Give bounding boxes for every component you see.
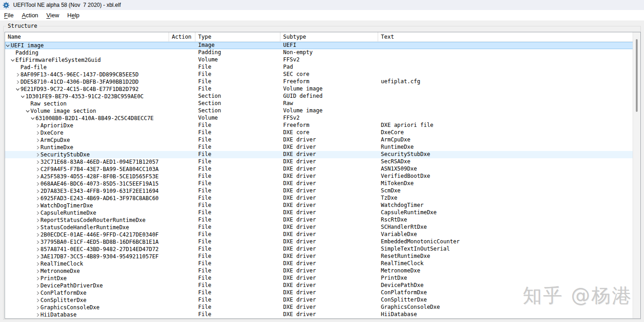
expander-icon[interactable] bbox=[25, 101, 30, 107]
expander-icon[interactable] bbox=[15, 64, 20, 70]
row-subtype: DXE driver bbox=[280, 238, 378, 246]
expander-icon[interactable] bbox=[5, 42, 10, 49]
tree-row[interactable]: Raw section Section Raw bbox=[5, 100, 633, 107]
expander-icon[interactable] bbox=[35, 239, 40, 245]
expander-icon[interactable] bbox=[35, 181, 40, 187]
row-action bbox=[169, 311, 195, 318]
tree-row[interactable]: 857A8741-0EEC-43BD-9482-27D14ED47D72 Fil… bbox=[5, 246, 633, 253]
column-header-action[interactable]: Action bbox=[169, 32, 195, 41]
column-header-text[interactable]: Text bbox=[378, 32, 633, 41]
expander-icon[interactable] bbox=[35, 144, 40, 151]
expander-icon[interactable] bbox=[10, 50, 15, 56]
column-header-type[interactable]: Type bbox=[195, 32, 280, 41]
tree-row[interactable]: 2D7A83E3-E343-4FFB-9109-631F2EE11694 Fil… bbox=[5, 187, 633, 195]
row-text: ConSplitterDxe bbox=[378, 297, 633, 304]
row-text: ArmCpuDxe bbox=[378, 136, 633, 144]
tree-row[interactable]: EfiFirmwareFileSystem2Guid Volume FFSv2 bbox=[5, 56, 633, 64]
row-subtype: DXE driver bbox=[280, 304, 378, 311]
expander-icon[interactable] bbox=[30, 115, 35, 121]
tree-row[interactable]: 37795BA0-E1CF-4ED5-BD8B-16DF6BCB1E1A Fil… bbox=[5, 238, 633, 246]
row-text: PrintDxe bbox=[378, 275, 633, 282]
menu-item-view[interactable]: View bbox=[42, 10, 63, 20]
menu-item-action[interactable]: Action bbox=[18, 10, 42, 20]
row-action bbox=[169, 289, 195, 297]
tree-row[interactable]: 068AAE46-BDC6-4073-85D5-31C5EEF19A15 Fil… bbox=[5, 180, 633, 187]
expander-icon[interactable] bbox=[35, 151, 40, 158]
expander-icon[interactable] bbox=[35, 268, 40, 274]
tree-row[interactable]: 32C71E68-83A8-46ED-AED1-094E71B12057 Fil… bbox=[5, 158, 633, 166]
expander-icon[interactable] bbox=[35, 122, 40, 129]
expander-icon[interactable] bbox=[35, 195, 40, 201]
menu-item-help[interactable]: Help bbox=[63, 10, 84, 20]
tree-row[interactable]: WatchDogTimerDxe File DXE driver Watchdo… bbox=[5, 202, 633, 209]
expander-icon[interactable] bbox=[35, 282, 40, 289]
expander-icon[interactable] bbox=[35, 217, 40, 223]
tree-row[interactable]: HiiDatabase File DXE driver HiiDatabase bbox=[5, 311, 633, 318]
expander-icon[interactable] bbox=[25, 108, 30, 114]
expander-icon[interactable] bbox=[35, 202, 40, 209]
expander-icon[interactable] bbox=[35, 159, 40, 165]
expander-icon[interactable] bbox=[35, 304, 40, 311]
expander-icon[interactable] bbox=[35, 261, 40, 267]
column-header-name[interactable]: Name bbox=[5, 32, 169, 41]
tree-row[interactable]: 3AE17DB7-3CC5-4B89-9304-9549211057EF Fil… bbox=[5, 253, 633, 260]
expander-icon[interactable] bbox=[35, 210, 40, 216]
tree-row[interactable]: 1D301FE9-BE79-4353-91C2-D23BC959AE0C Sec… bbox=[5, 93, 633, 100]
tree-row[interactable]: ConSplitterDxe File DXE driver ConSplitt… bbox=[5, 297, 633, 304]
tree-row[interactable]: 9E21FD93-9C72-4C15-8C4B-E77F1DB2D792 Fil… bbox=[5, 86, 633, 93]
tree-row[interactable]: DDE58710-41CD-4306-DBFB-3FA90BB1D2DD Fil… bbox=[5, 78, 633, 86]
expander-icon[interactable] bbox=[35, 253, 40, 260]
expander-icon[interactable] bbox=[10, 57, 15, 63]
tree-row[interactable]: SecurityStubDxe File DXE driver Security… bbox=[5, 151, 633, 158]
expander-icon[interactable] bbox=[35, 130, 40, 136]
tree-row[interactable]: DevicePathDriverDxe File DXE driver Devi… bbox=[5, 282, 633, 289]
expander-icon[interactable] bbox=[35, 188, 40, 194]
expander-icon[interactable] bbox=[35, 173, 40, 180]
row-name: Raw section bbox=[30, 101, 66, 107]
expander-icon[interactable] bbox=[35, 297, 40, 303]
tree-row[interactable]: RuntimeDxe File DXE driver RuntimeDxe bbox=[5, 144, 633, 151]
tree-row[interactable]: 2B0ECDCE-01AE-446E-9FFD-C4217DE0340F Fil… bbox=[5, 231, 633, 238]
column-header-subtype[interactable]: Subtype bbox=[280, 32, 378, 41]
row-action bbox=[169, 64, 195, 71]
expander-icon[interactable] bbox=[35, 312, 40, 318]
tree-row[interactable]: ArmCpuDxe File DXE driver ArmCpuDxe bbox=[5, 136, 633, 144]
vertical-scrollbar[interactable] bbox=[633, 32, 640, 318]
tree-row[interactable]: RealTimeClock File DXE driver RealTimeCl… bbox=[5, 260, 633, 267]
tree-row[interactable]: ConPlatformDxe File DXE driver ConPlatfo… bbox=[5, 289, 633, 297]
row-subtype: DXE driver bbox=[280, 246, 378, 253]
tree-row[interactable]: AprioriDxe File Freeform DXE apriori fil… bbox=[5, 122, 633, 129]
tree-row[interactable]: GraphicsConsoleDxe File DXE driver Graph… bbox=[5, 304, 633, 311]
row-subtype: Freeform bbox=[280, 78, 378, 86]
menu-item-file[interactable]: File bbox=[0, 10, 18, 20]
expander-icon[interactable] bbox=[20, 93, 25, 100]
tree-row[interactable]: 631008B0-B2D1-410A-8B49-2C5C4D8ECC7E Vol… bbox=[5, 115, 633, 122]
expander-icon[interactable] bbox=[35, 290, 40, 296]
expander-icon[interactable] bbox=[35, 137, 40, 143]
expander-icon[interactable] bbox=[15, 79, 20, 85]
expander-icon[interactable] bbox=[15, 86, 20, 92]
expander-icon[interactable] bbox=[15, 71, 20, 78]
tree-row[interactable]: ReportStatusCodeRouterRuntimeDxe File DX… bbox=[5, 216, 633, 224]
tree-row[interactable]: 8AF09F13-44C5-96EC-1437-DD899CB5EE5D Fil… bbox=[5, 71, 633, 78]
tree-row[interactable]: A25F5839-4D55-428F-8F0B-5CE1D565F53E Fil… bbox=[5, 173, 633, 180]
tree-row[interactable]: DxeCore File DXE core DxeCore bbox=[5, 129, 633, 136]
scrollbar-thumb[interactable] bbox=[636, 39, 638, 112]
expander-icon[interactable] bbox=[35, 231, 40, 238]
tree-row[interactable]: 6925FAD3-E243-4B69-AD61-3F978C8ABC60 Fil… bbox=[5, 195, 633, 202]
tree-row[interactable]: UEFI image Image UEFI bbox=[5, 42, 633, 49]
expander-icon[interactable] bbox=[35, 275, 40, 282]
tree-row[interactable]: Volume image section Section Volume imag… bbox=[5, 107, 633, 115]
expander-icon[interactable] bbox=[35, 166, 40, 172]
row-name: WatchDogTimerDxe bbox=[40, 202, 93, 209]
tree-row[interactable]: MetronomeDxe File DXE driver MetronomeDx… bbox=[5, 267, 633, 275]
row-text bbox=[378, 86, 633, 93]
tree-row[interactable]: CapsuleRuntimeDxe File DXE driver Capsul… bbox=[5, 209, 633, 216]
tree-row[interactable]: PrintDxe File DXE driver PrintDxe bbox=[5, 275, 633, 282]
tree-row[interactable]: StatusCodeHandlerRuntimeDxe File DXE dri… bbox=[5, 224, 633, 231]
tree-row[interactable]: Padding Padding Non-empty bbox=[5, 49, 633, 56]
expander-icon[interactable] bbox=[35, 224, 40, 231]
tree-row[interactable]: Pad-file File Pad bbox=[5, 64, 633, 71]
tree-row[interactable]: C2F9A4F5-F7B4-43E7-BA99-5EA804CC103A Fil… bbox=[5, 166, 633, 173]
expander-icon[interactable] bbox=[35, 246, 40, 252]
